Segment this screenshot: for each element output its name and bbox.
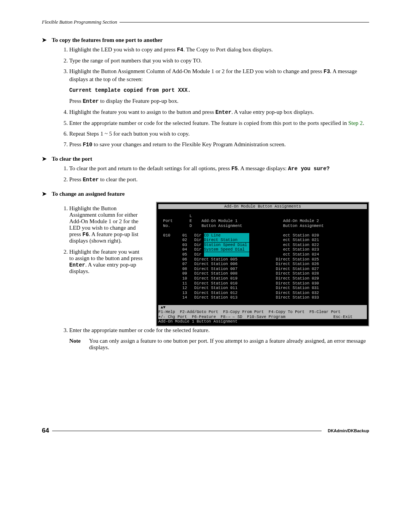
- section-title: To change an assigned feature: [52, 191, 125, 197]
- key-f4: F4: [177, 47, 183, 53]
- steps-list: To clear the port and return to the defa…: [69, 165, 369, 184]
- steps-list: Highlight the LED you wish to copy and p…: [69, 46, 369, 149]
- section-clear-port: ➤ To clear the port To clear the port an…: [42, 155, 369, 184]
- steps-list-cont: Enter the appropriate number or code for…: [69, 326, 369, 334]
- section-title: To copy the features from one port to an…: [52, 37, 162, 43]
- section-head: ➤ To copy the features from one port to …: [42, 37, 369, 43]
- page-footer: 64 DKAdmin/DKBackup: [42, 427, 369, 435]
- step: Repeat Steps 1 ~ 5 for each button you w…: [69, 130, 369, 137]
- step: Enter the appropriate number or code for…: [69, 326, 369, 334]
- footer-rule: [52, 431, 322, 431]
- steps-list: Highlight the Button Assignment column f…: [69, 205, 145, 275]
- page-header: Flexible Button Programming Section: [42, 19, 369, 25]
- steps-column: Highlight the Button Assignment column f…: [42, 200, 145, 280]
- section-head: ➤ To clear the port: [42, 155, 369, 162]
- step: Type the range of port numbers that you …: [69, 57, 369, 64]
- step: Highlight the feature you want to assign…: [69, 249, 145, 275]
- key-enter: Enter: [69, 262, 85, 268]
- step: Highlight the Button Assignment column f…: [69, 205, 145, 244]
- section-title: To clear the port: [52, 156, 92, 162]
- key-f6: F6: [83, 232, 89, 238]
- section-copy-features: ➤ To copy the features from one port to …: [42, 37, 369, 149]
- footer-product: DKAdmin/DKBackup: [325, 428, 369, 433]
- content-with-figure: Highlight the Button Assignment column f…: [42, 200, 369, 326]
- key-enter: Enter: [215, 109, 231, 115]
- code-message: Current template copied from port XXX.: [69, 87, 191, 93]
- terminal-screenshot: Add-On Module Button Assignments L Port …: [156, 202, 369, 326]
- page-number: 64: [42, 427, 49, 435]
- arrow-icon: ➤: [42, 155, 49, 162]
- step: To clear the port and return to the defa…: [69, 165, 369, 173]
- code-prompt: Are you sure?: [288, 166, 330, 172]
- step: Highlight the feature you want to assign…: [69, 108, 369, 116]
- arrow-icon: ➤: [42, 190, 49, 197]
- step: Highlight the LED you wish to copy and p…: [69, 46, 369, 54]
- key-f10: F10: [83, 142, 92, 148]
- note-label: Note: [69, 338, 89, 351]
- header-text: Flexible Button Programming Section: [42, 19, 119, 25]
- step: Highlight the Button Assignment Column o…: [69, 67, 369, 105]
- key-enter: Enter: [83, 177, 99, 183]
- note-text: You can only assign a feature to one but…: [89, 338, 369, 351]
- key-enter: Enter: [83, 98, 99, 104]
- key-f5: F5: [231, 166, 238, 172]
- step: Press Enter to clear the port.: [69, 176, 369, 184]
- section-change-feature: ➤ To change an assigned feature Highligh…: [42, 190, 369, 351]
- section-head: ➤ To change an assigned feature: [42, 190, 369, 197]
- step: Press F10 to save your changes and retur…: [69, 141, 369, 149]
- header-rule: [119, 22, 369, 22]
- step: Enter the appropriate number or code for…: [69, 119, 369, 127]
- arrow-icon: ➤: [42, 37, 49, 43]
- step-link[interactable]: Step 2: [348, 120, 363, 126]
- note: Note You can only assign a feature to on…: [69, 338, 369, 351]
- key-f3: F3: [323, 69, 330, 75]
